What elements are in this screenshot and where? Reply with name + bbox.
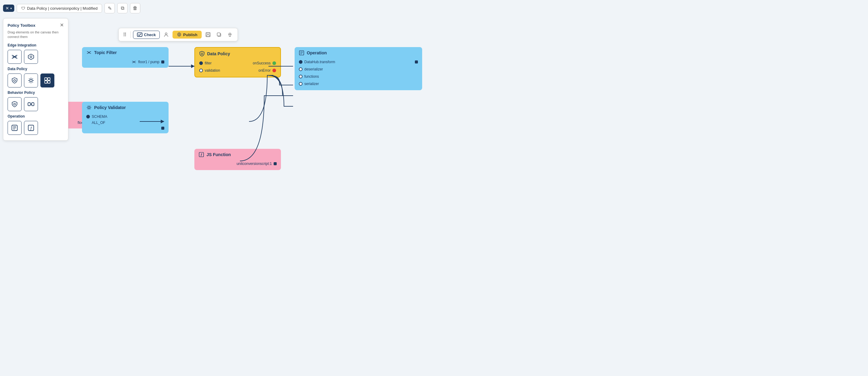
operation-port1-out[interactable] [415,60,418,63]
policy-validator-node[interactable]: Policy Validator SCHEMA ALL_OF [82,102,168,133]
svg-point-30 [88,106,90,109]
svg-rect-19 [207,35,210,36]
operation-node[interactable]: Operation DataHub.transform deserializer… [294,47,422,90]
js-function-header: ƒ JS Function [194,149,281,160]
data-policy-filter-port[interactable] [199,61,203,65]
svg-rect-8 [48,81,50,83]
toolbox-title: Policy Toolbox [8,23,35,28]
canvas-delete-button[interactable] [225,30,235,39]
delete-button[interactable]: 🗑 [130,3,140,13]
canvas-save-button[interactable] [204,30,213,39]
toolbox-close-button[interactable]: ✕ [60,23,64,28]
topic-filter-title: Topic Filter [94,50,117,55]
js-function-output-port[interactable] [274,162,277,165]
svg-point-9 [14,103,16,105]
policy-validator-header: Policy Validator [82,102,168,113]
topic-filter-output-port[interactable] [161,60,164,63]
top-toolbar: ✕ ▾ 🛡 Data Policy | conversionpolicy | M… [3,3,140,13]
operation-items: ƒ [8,121,64,135]
js-function-title: JS Function [207,152,231,157]
hub-toolbox-item[interactable] [24,50,38,64]
canvas-clone-button[interactable] [214,30,223,39]
svg-rect-22 [229,33,231,34]
tool-menu-button[interactable]: ✕ ▾ [3,5,14,12]
gear-toolbox-item[interactable] [24,73,38,88]
svg-text:ƒ: ƒ [30,126,32,130]
edit-icon: ✎ [108,5,112,11]
data-policy-items [8,73,64,88]
svg-rect-6 [48,78,50,80]
svg-point-2 [30,56,32,58]
tool-x-icon: ✕ [5,6,9,11]
shield-toolbox-item[interactable] [8,73,22,88]
topic-filter-node[interactable]: Topic Filter floor1 / pump [82,47,168,68]
svg-point-4 [30,79,32,82]
edit-button[interactable]: ✎ [104,3,115,13]
data-policy-onerror-label: onError [258,68,271,72]
copy-icon: ⧉ [121,5,124,11]
svg-marker-1 [28,54,34,60]
policy-title-text: Data Policy | conversionpolicy | Modifie… [27,6,97,11]
canvas-toolbar: ⠿ Check Publish [119,28,238,41]
toolbox-header: Policy Toolbox ✕ [8,23,64,28]
section-title-behavior-policy: Behavior Policy [8,91,64,95]
operation-port1-in[interactable] [299,60,303,64]
data-policy-validation-port[interactable] [199,69,203,72]
operation-port1-label: DataHub.transform [304,60,335,64]
shield-icon: 🛡 [21,6,25,11]
data-policy-onsuccess-port[interactable] [272,61,276,65]
copy-button[interactable]: ⧉ [117,3,128,13]
svg-point-31 [201,53,203,54]
grid-icon[interactable]: ⠿ [122,31,128,39]
svg-rect-15 [137,33,142,36]
check-label: Check [144,32,156,37]
policy-validator-value1: SCHEMA [92,115,107,119]
data-policy-onsuccess-label: onSuccess [253,61,271,65]
data-policy-filter-label: filter [205,61,212,65]
svg-rect-10 [28,103,30,106]
svg-point-3 [14,80,16,82]
policy-toolbox: Policy Toolbox ✕ Drag elements on the ca… [3,18,68,140]
svg-rect-21 [217,33,220,36]
behavior-shield-toolbox-item[interactable] [8,97,22,111]
svg-rect-5 [44,78,47,80]
policy-validator-title: Policy Validator [94,105,126,110]
policy-validator-output-port[interactable] [161,127,164,130]
operation-port4-in[interactable] [299,82,303,86]
delete-icon: 🗑 [133,5,137,11]
svg-point-24 [88,52,89,53]
operation-port4-label: serializer [304,82,319,86]
data-policy-onerror-port[interactable] [272,69,276,72]
check-button[interactable]: Check [133,31,160,39]
function-toolbox-item[interactable]: ƒ [24,121,38,135]
behavior-policy-items [8,97,64,111]
operation-header: Operation [294,47,422,59]
operation-port3-label: functions [304,74,319,79]
toolbar-divider [130,31,131,38]
topic-filter-header: Topic Filter [82,47,168,58]
publish-label: Publish [183,32,197,37]
canvas-person-button[interactable] [162,30,171,39]
publish-button[interactable]: Publish [173,31,202,38]
js-function-value: unitconversionscript:1 [237,162,272,166]
policy-validator-input-port[interactable] [86,115,90,119]
section-title-data-policy: Data Policy [8,67,64,71]
svg-point-16 [165,33,167,35]
flow-toolbox-item[interactable] [24,97,38,111]
edge-integration-items [8,50,64,64]
data-policy-node[interactable]: Data Policy filter onSuccess validation … [194,47,281,77]
svg-point-25 [133,62,134,63]
chevron-down-icon: ▾ [10,7,12,10]
section-title-edge: Edge Integration [8,43,64,48]
operation-title: Operation [307,51,327,55]
section-title-operation: Operation [8,114,64,119]
split-toolbox-item[interactable] [40,73,54,88]
operation-toolbox-item[interactable] [8,121,22,135]
operation-port2-in[interactable] [299,67,303,71]
js-function-node[interactable]: ƒ JS Function unitconversionscript:1 [194,149,281,170]
data-policy-title: Data Policy [207,51,230,56]
svg-rect-7 [44,81,47,83]
operation-port3-in[interactable] [299,75,303,79]
mqtt-toolbox-item[interactable] [8,50,22,64]
policy-validator-value2: ALL_OF [92,121,105,125]
